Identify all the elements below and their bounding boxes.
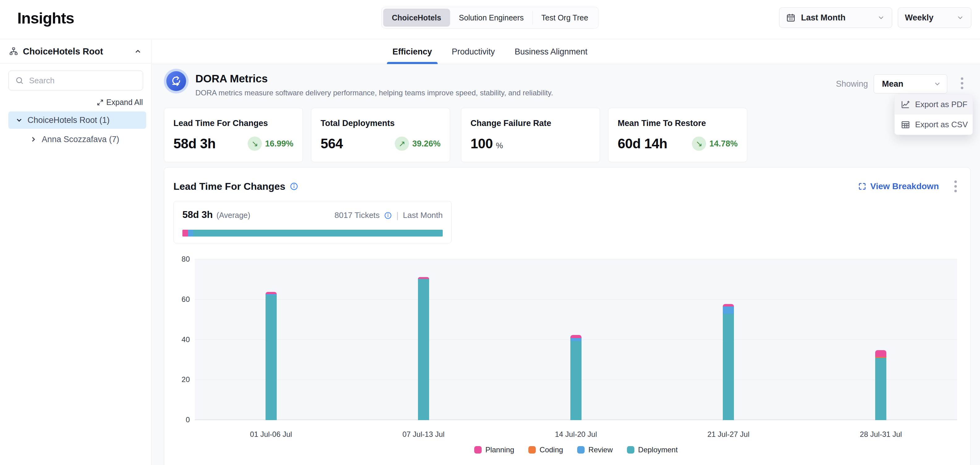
sidebar-search: [8, 70, 143, 90]
expand-all-button[interactable]: Expand All: [97, 98, 143, 107]
y-axis-tick-label: 40: [165, 335, 190, 344]
expand-diagonal-icon: [97, 99, 104, 106]
x-axis-tick-label: 28 Jul-31 Jul: [860, 430, 902, 439]
trend-down-icon: ↘: [248, 136, 262, 151]
view-breakdown-button[interactable]: View Breakdown: [858, 181, 939, 191]
metric-tabbar: Efficiency Productivity Business Alignme…: [152, 40, 980, 64]
table-icon: [901, 120, 910, 129]
chevron-down-icon: [877, 14, 885, 22]
bar-segment-planning: [875, 350, 886, 357]
tree-item-anna[interactable]: Anna Scozzafava (7): [8, 131, 146, 148]
tab-business-alignment[interactable]: Business Alignment: [513, 40, 590, 64]
lead-time-title: Lead Time For Changes: [173, 181, 285, 192]
stacked-bar-3[interactable]: [570, 335, 582, 420]
legend-swatch: [528, 446, 536, 454]
top-header: Insights ChoiceHotels Solution Engineers…: [0, 0, 980, 39]
showing-mean-select[interactable]: Mean: [873, 74, 947, 94]
expand-all-label: Expand All: [107, 98, 143, 107]
legend-item-planning[interactable]: Planning: [474, 446, 514, 454]
trend-down-icon: ↘: [692, 136, 706, 151]
x-axis-tick-label: 01 Jul-06 Jul: [250, 430, 292, 439]
metric-card-total-deployments: Total Deployments 564 ↗39.26%: [311, 108, 450, 162]
dora-more-menu-button[interactable]: [959, 76, 964, 90]
legend-swatch: [474, 446, 482, 454]
org-tab-solution-engineers[interactable]: Solution Engineers: [450, 9, 532, 27]
legend-item-review[interactable]: Review: [577, 446, 613, 454]
org-tab-choicehotels[interactable]: ChoiceHotels: [383, 9, 450, 27]
legend-item-deployment[interactable]: Deployment: [627, 446, 678, 454]
sidebar-root-label: ChoiceHotels Root: [23, 46, 134, 57]
section-subtitle: DORA metrics measure software delivery p…: [196, 88, 553, 97]
export-pdf-menu-item[interactable]: Export as PDF: [895, 94, 972, 115]
y-axis-tick-label: 60: [165, 295, 190, 304]
tab-efficiency[interactable]: Efficiency: [391, 40, 434, 64]
x-axis-tick-label: 21 Jul-27 Jul: [707, 430, 749, 439]
org-tab-test-org-tree[interactable]: Test Org Tree: [533, 9, 597, 27]
lead-time-chart-plot: [195, 259, 957, 420]
summary-tickets: 8017 Tickets: [334, 211, 380, 220]
stacked-bar-2[interactable]: [418, 277, 429, 420]
chevron-down-icon: [956, 14, 964, 22]
legend-item-coding[interactable]: Coding: [528, 446, 563, 454]
expand-frame-icon: [858, 182, 867, 191]
stacked-bar-5[interactable]: [875, 350, 886, 420]
search-icon: [15, 76, 24, 85]
chart-legend: PlanningCodingReviewDeployment: [195, 446, 957, 454]
showing-value: Mean: [882, 79, 933, 89]
metric-title: Lead Time For Changes: [173, 118, 293, 128]
sidebar-header: ChoiceHotels Root: [0, 40, 151, 64]
legend-label: Deployment: [638, 446, 678, 454]
chevron-down-icon: [933, 80, 941, 88]
metric-card-change-failure-rate: Change Failure Rate 100 %: [461, 108, 600, 162]
legend-label: Review: [588, 446, 613, 454]
export-menu: Export as PDF Export as CSV: [894, 94, 973, 135]
stacked-bar-1[interactable]: [266, 292, 277, 420]
search-input[interactable]: [8, 70, 143, 90]
metric-card-lead-time: Lead Time For Changes 58d 3h ↘16.99%: [164, 108, 303, 162]
date-range-value: Last Month: [801, 13, 877, 22]
bar-segment-deployment: [266, 295, 277, 420]
x-axis-tick-label: 07 Jul-13 Jul: [402, 430, 445, 439]
export-pdf-label: Export as PDF: [915, 100, 967, 109]
metric-value: 58d 3h: [173, 136, 215, 152]
view-breakdown-label: View Breakdown: [870, 181, 939, 191]
info-icon[interactable]: [290, 182, 298, 191]
bar-segment-deployment: [418, 279, 429, 420]
metric-title: Change Failure Rate: [471, 118, 590, 128]
bar-segment-review: [723, 307, 734, 314]
tab-productivity[interactable]: Productivity: [450, 40, 497, 64]
lead-time-more-menu-button[interactable]: [953, 179, 958, 193]
org-switcher: ChoiceHotels Solution Engineers Test Org…: [381, 7, 598, 29]
metric-title: Total Deployments: [321, 118, 441, 128]
legend-label: Planning: [485, 446, 514, 454]
phase-segment-review: [188, 230, 193, 236]
tree-item-root[interactable]: ChoiceHotels Root (1): [8, 112, 146, 129]
chevron-right-icon[interactable]: [29, 135, 37, 143]
metric-unit: %: [496, 141, 503, 150]
metric-card-mean-time-to-restore: Mean Time To Restore 60d 14h ↘14.78%: [608, 108, 747, 162]
text-divider: |: [396, 211, 398, 221]
stacked-bar-4[interactable]: [723, 304, 734, 420]
section-title: DORA Metrics: [196, 72, 268, 85]
summary-value: 58d 3h: [182, 209, 213, 221]
info-icon[interactable]: [384, 211, 392, 219]
metric-value: 100: [471, 136, 493, 152]
chevron-down-icon[interactable]: [15, 116, 23, 124]
x-axis-tick-label: 14 Jul-20 Jul: [555, 430, 597, 439]
bar-segment-review: [570, 338, 582, 341]
export-csv-menu-item[interactable]: Export as CSV: [895, 115, 972, 135]
phase-segment-planning: [182, 230, 188, 236]
page-title: Insights: [18, 9, 74, 27]
y-axis-tick-label: 80: [165, 255, 190, 264]
legend-swatch: [627, 446, 634, 454]
metric-value: 60d 14h: [618, 136, 667, 152]
export-csv-label: Export as CSV: [915, 120, 968, 129]
iteration-cycle-icon: [170, 75, 182, 87]
chart-export-icon: [901, 100, 910, 109]
lead-time-summary-card: 58d 3h (Average) 8017 Tickets | Last Mon…: [173, 201, 452, 243]
trend-percent: 16.99%: [265, 139, 293, 149]
date-range-select[interactable]: Last Month: [779, 8, 892, 28]
granularity-select[interactable]: Weekly: [898, 8, 971, 28]
y-axis-tick-label: 0: [165, 415, 190, 424]
chevron-up-icon[interactable]: [134, 47, 142, 56]
